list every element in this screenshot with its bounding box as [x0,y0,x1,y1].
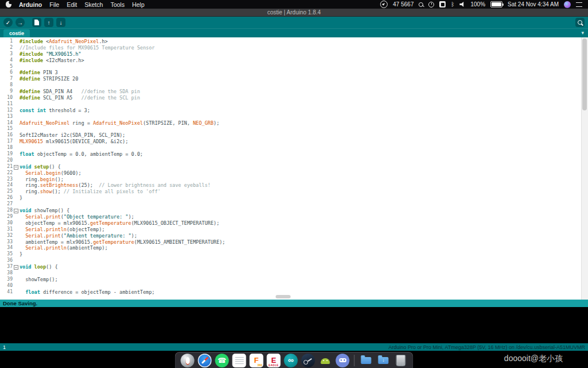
line-number: 39 [0,277,13,283]
code-line: 40 [0,283,588,289]
open-button[interactable]: ↑ [44,18,53,27]
line-status-bar: 1 Arduino Pro or Pro Mini, ATmega328P (5… [0,343,588,351]
apple-menu-icon[interactable] [6,1,11,7]
code-text: Serial.println(ambientTemp); [20,245,588,251]
siri-icon[interactable] [564,1,571,8]
arduino-ide-icon[interactable]: ∞ [284,354,298,367]
fold-gutter [13,70,18,76]
arrow-right-icon: → [17,20,23,26]
eagle-badge: EAGLE [267,364,281,367]
menu-file[interactable]: File [49,1,59,8]
code-text: ring.show(); // Initialize all pixels to… [20,189,588,195]
fold-gutter [13,239,18,246]
desktop-watermark: dooooit@老小孩 [504,354,563,364]
android-studio-icon[interactable] [319,354,332,367]
code-text: objectTemp = mlx90615.getTemperature(MLX… [20,220,588,227]
notification-center-icon[interactable] [576,2,582,7]
vertical-scrollbar[interactable] [581,37,588,300]
input-source-icon[interactable] [439,1,446,7]
code-text: MLX90615 mlx90615(DEVICE_ADDR, &i2c); [20,139,588,145]
line-number: 23 [0,177,13,183]
code-line: 16SoftI2cMaster i2c(SDA_PIN, SCL_PIN); [0,132,588,139]
fold-gutter [13,245,18,251]
menu-tools[interactable]: Tools [110,1,125,8]
fold-gutter [13,258,18,264]
tab-menu-button[interactable]: ▾ [581,30,584,36]
code-text: void showTemp() { [20,208,588,214]
menu-help[interactable]: Help [132,1,145,8]
code-line: 18 [0,145,588,151]
steam-icon[interactable] [301,354,315,367]
code-text: ring.setBrightness(25); // Lower brightn… [20,182,588,189]
status-bar: Done Saving. [0,300,588,307]
folder-icon[interactable] [359,354,373,367]
menu-clock[interactable]: Sat 24 Nov 4:34 AM [508,1,559,7]
line-number: 38 [0,270,13,277]
horizontal-scrollbar[interactable] [17,295,579,298]
code-text: Serial.begin(9600); [20,170,588,177]
save-button[interactable]: ↓ [56,18,65,27]
line-number: 26 [0,195,13,201]
whatsapp-icon[interactable]: ☎ [215,354,229,367]
bluetooth-icon[interactable]: ᛒ [451,1,454,7]
fold-gutter [13,251,18,258]
fold-gutter [13,82,18,89]
vertical-scrollbar-thumb[interactable] [582,39,587,110]
new-sketch-button[interactable] [32,18,41,27]
time-machine-icon[interactable] [428,2,434,7]
line-number: 9 [0,89,13,95]
tab-costie[interactable]: costie [3,29,30,37]
menu-status-area: 47 5667 ᛒ 100% Sat 24 Nov 4:34 AM [380,1,582,8]
discord-icon[interactable] [336,354,350,367]
code-text: #define STRIPSIZE 20 [20,76,588,82]
verify-button[interactable]: ✓ [3,18,13,27]
code-line: 32 Serial.print("Ambient temperature: ")… [0,233,588,239]
code-text: #include <Adafruit_NeoPixel.h> [20,39,588,45]
code-line: 26} [0,195,588,201]
code-editor[interactable]: 1#include <Adafruit_NeoPixel.h>2//Includ… [0,37,588,300]
code-text: #define SDA_PIN A4 //define the SDA pin [20,89,588,95]
code-line: 33 ambientTemp = mlx90615.getTemperature… [0,239,588,246]
fold-marker-icon[interactable] [13,208,18,214]
fold-gutter [13,126,18,132]
volume-icon[interactable] [459,2,465,7]
menu-app-name[interactable]: Arduino [19,1,42,8]
serial-monitor-button[interactable] [575,18,585,27]
upload-button[interactable]: → [16,18,25,27]
fold-gutter [13,201,18,208]
fold-marker-icon[interactable] [13,264,18,270]
downloads-folder-icon[interactable]: ↓ [377,354,390,367]
code-line: 31 Serial.println(objectTemp); [0,227,588,233]
fold-gutter [13,114,18,120]
eagle-icon[interactable]: EEAGLE [267,354,281,367]
line-number: 32 [0,233,13,239]
fold-gutter [13,145,18,151]
menu-edit[interactable]: Edit [67,1,77,8]
menu-sketch[interactable]: Sketch [84,1,103,8]
code-line: 15 [0,126,588,132]
spotlight-icon[interactable] [419,2,423,7]
fold-gutter [13,289,18,296]
fold-gutter [13,151,18,158]
fold-marker-icon[interactable] [13,164,18,170]
line-number: 3 [0,51,13,57]
arrow-up-icon: ↑ [48,20,51,26]
fusion360-icon[interactable]: F360 [250,354,264,367]
code-line: 30 objectTemp = mlx90615.getTemperature(… [0,220,588,227]
fold-gutter [13,177,18,183]
discord-glyph [339,358,346,362]
trash-icon[interactable] [394,354,408,367]
line-number: 17 [0,139,13,145]
line-number: 40 [0,283,13,289]
code-text: void loop() { [20,264,588,270]
horizontal-scrollbar-thumb[interactable] [276,295,291,298]
code-text: SoftI2cMaster i2c(SDA_PIN, SCL_PIN); [20,132,588,139]
fold-gutter [13,233,18,239]
safari-icon[interactable] [198,354,212,367]
notes-icon[interactable] [233,354,246,367]
location-icon[interactable] [380,1,388,8]
code-line: 27 [0,201,588,208]
launchpad-icon[interactable] [181,354,195,367]
line-number: 24 [0,182,13,189]
fold-gutter [13,139,18,145]
